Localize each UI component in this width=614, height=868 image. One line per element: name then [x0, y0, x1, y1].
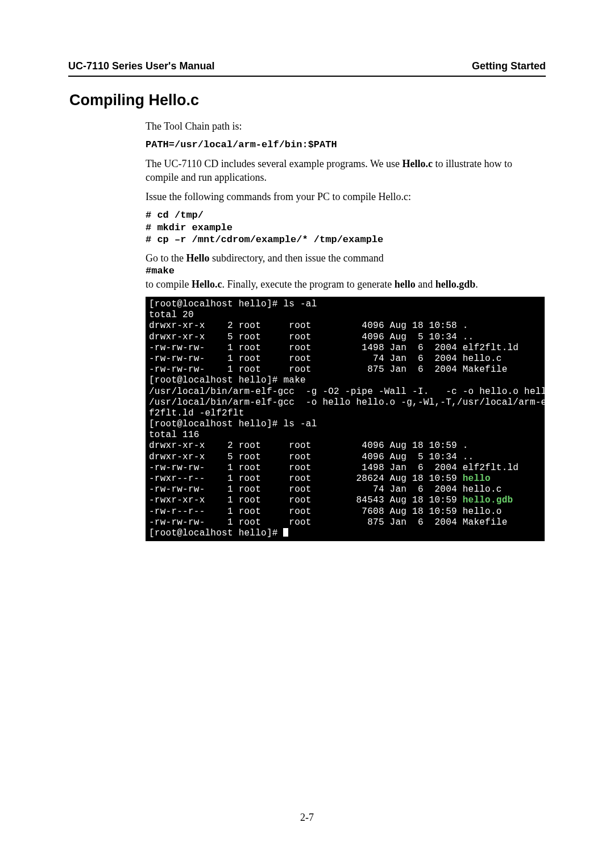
para-toolchain: The Tool Chain path is:: [146, 119, 546, 133]
terminal-output: [root@localhost hello]# ls -al total 20 …: [146, 297, 545, 541]
header-rule: [68, 76, 546, 77]
cmd-make: #make: [146, 265, 546, 277]
section-heading: Compiling Hello.c: [68, 92, 546, 109]
body-content: The Tool Chain path is: PATH=/usr/local/…: [68, 119, 546, 541]
page-number: 2-7: [0, 812, 614, 824]
path-line: PATH=/usr/local/arm-elf/bin:$PATH: [146, 139, 546, 151]
cmd-cd: # cd /tmp/: [146, 209, 546, 221]
para-issue-cmds: Issue the following commands from your P…: [146, 190, 546, 203]
header-left: UC-7110 Series User's Manual: [68, 60, 214, 72]
para-compile-result: to compile Hello.c. Finally, execute the…: [146, 277, 546, 291]
cmd-mkdir: # mkdir example: [146, 222, 546, 234]
para-cd-intro: The UC-7110 CD includes several example …: [146, 157, 546, 185]
header-right: Getting Started: [472, 60, 546, 72]
para-goto-hello: Go to the Hello subdirectory, and then i…: [146, 251, 546, 265]
cmd-block: # cd /tmp/ # mkdir example # cp –r /mnt/…: [146, 209, 546, 246]
file-hello: hello: [463, 474, 491, 484]
cmd-cp: # cp –r /mnt/cdrom/example/* /tmp/exampl…: [146, 234, 546, 246]
file-hello-gdb: hello.gdb: [463, 495, 513, 505]
cursor-icon: [283, 528, 288, 537]
